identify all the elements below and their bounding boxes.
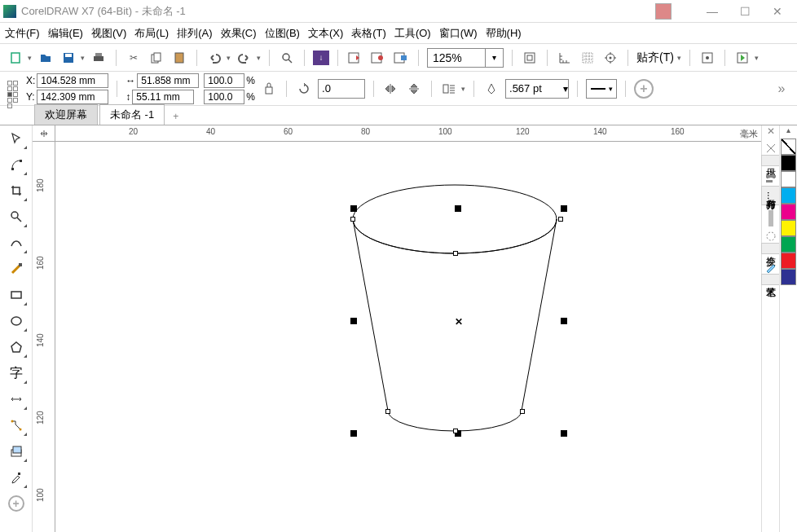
menu-help[interactable]: 帮助(H) <box>486 26 522 41</box>
tab-add-button[interactable]: + <box>166 108 185 125</box>
artistic-media-tool[interactable] <box>7 259 26 279</box>
docker-tab-align[interactable]: 对齐与分布... <box>761 186 780 205</box>
outline-width-dropdown-icon[interactable]: ▾ <box>563 83 568 95</box>
save-button[interactable] <box>59 49 77 67</box>
tab-welcome[interactable]: 欢迎屏幕 <box>34 104 98 125</box>
selection-center-icon[interactable]: ✕ <box>455 316 463 328</box>
lock-ratio-button[interactable] <box>260 80 278 98</box>
outline-width-input[interactable] <box>506 82 563 95</box>
text-tool[interactable]: 字 <box>7 363 26 383</box>
selection-handle-l[interactable] <box>350 318 357 324</box>
swatch-blue[interactable] <box>781 269 796 285</box>
freehand-tool[interactable] <box>7 233 26 253</box>
ruler-horizontal[interactable]: 20 40 60 80 100 120 140 160 毫米 <box>55 125 761 142</box>
menu-text[interactable]: 文本(X) <box>308 26 343 41</box>
connector-tool[interactable] <box>7 415 26 435</box>
dropdown-arrow-icon[interactable]: ▾ <box>257 54 261 62</box>
shape-node[interactable] <box>350 217 355 222</box>
expand-toolbox-button[interactable]: + <box>7 494 26 513</box>
dropdown-arrow-icon[interactable]: ▾ <box>677 54 681 62</box>
maximize-button[interactable]: ☐ <box>729 2 761 20</box>
ellipse-tool[interactable] <box>7 311 26 331</box>
shape-node[interactable] <box>385 409 390 414</box>
cup-shape[interactable] <box>349 174 577 435</box>
menu-effect[interactable]: 效果(C) <box>221 26 257 41</box>
menu-arrange[interactable]: 排列(A) <box>177 26 212 41</box>
zoom-input[interactable] <box>428 51 485 64</box>
drawing-canvas[interactable]: ✕ <box>55 142 761 532</box>
launch-button[interactable] <box>733 49 751 67</box>
overflow-button[interactable]: » <box>773 80 790 98</box>
selection-handle-tr[interactable] <box>561 205 567 212</box>
docker-tab-transform[interactable]: 变换 <box>761 243 780 254</box>
show-grid-button[interactable] <box>579 49 597 67</box>
show-guides-button[interactable] <box>601 49 619 67</box>
shape-node[interactable] <box>558 217 563 222</box>
close-button[interactable]: ✕ <box>761 2 794 20</box>
docker-tab-brush[interactable]: 艺术笔 <box>761 274 780 285</box>
menu-file[interactable]: 文件(F) <box>5 26 40 41</box>
swatch-red[interactable] <box>781 253 796 269</box>
minimize-button[interactable]: — <box>696 2 729 20</box>
scale-y-input[interactable] <box>204 90 244 104</box>
selection-handle-t[interactable] <box>455 205 461 212</box>
menu-bitmap[interactable]: 位图(B) <box>265 26 300 41</box>
dropdown-arrow-icon[interactable]: ▾ <box>28 54 32 62</box>
zoom-dropdown-icon[interactable]: ▾ <box>485 49 503 67</box>
print-button[interactable] <box>90 49 108 67</box>
eyedropper-tool[interactable] <box>7 468 26 487</box>
interactive-tool[interactable] <box>7 442 26 461</box>
tab-document[interactable]: 未命名 -1 <box>99 104 165 125</box>
mirror-h-button[interactable] <box>382 80 400 98</box>
menu-tools[interactable]: 工具(O) <box>394 26 431 41</box>
fullscreen-button[interactable] <box>521 49 539 67</box>
menu-edit[interactable]: 编辑(E) <box>48 26 83 41</box>
dropdown-arrow-icon[interactable]: ▾ <box>227 54 231 62</box>
y-position-input[interactable] <box>37 90 108 104</box>
dropdown-arrow-icon[interactable]: ▾ <box>755 54 759 62</box>
scrollbar-thumb[interactable] <box>768 210 773 226</box>
selection-handle-r[interactable] <box>561 318 567 324</box>
swatch-white[interactable] <box>781 171 796 187</box>
options-button[interactable] <box>698 49 716 67</box>
selection-handle-bl[interactable] <box>350 430 357 437</box>
shape-node[interactable] <box>453 251 458 256</box>
selection-handle-tl[interactable] <box>350 205 357 212</box>
show-rulers-button[interactable] <box>556 49 574 67</box>
height-input[interactable] <box>132 90 194 104</box>
shape-tool[interactable] <box>7 155 26 174</box>
selection-handle-br[interactable] <box>561 430 567 437</box>
scale-x-input[interactable] <box>204 73 244 88</box>
docker-tab-hints[interactable]: 提示 <box>761 155 780 166</box>
shape-node[interactable] <box>453 429 458 433</box>
zoom-tool[interactable] <box>7 207 26 226</box>
cut-button[interactable]: ✂ <box>125 49 143 67</box>
paste-button[interactable] <box>170 49 188 67</box>
add-preset-button[interactable]: + <box>634 79 654 99</box>
search-button[interactable] <box>278 49 296 67</box>
crop-tool[interactable] <box>7 181 26 200</box>
user-avatar-icon[interactable] <box>655 3 672 20</box>
dimension-tool[interactable] <box>7 389 26 409</box>
new-button[interactable] <box>7 49 24 67</box>
undo-button[interactable] <box>205 49 223 67</box>
ruler-origin-icon[interactable] <box>33 125 55 142</box>
width-input[interactable] <box>137 73 199 88</box>
export-button[interactable] <box>346 49 364 67</box>
import-button[interactable]: ↓ <box>313 51 329 65</box>
shape-node[interactable] <box>520 409 525 414</box>
rotation-input-group[interactable] <box>318 79 365 99</box>
swatch-green[interactable] <box>781 236 796 253</box>
outline-style-combo[interactable]: ▾ <box>586 79 617 99</box>
pick-tool[interactable] <box>7 129 26 148</box>
menu-layout[interactable]: 布局(L) <box>134 26 169 41</box>
swatch-yellow[interactable] <box>781 220 796 236</box>
polygon-tool[interactable] <box>7 337 26 357</box>
copy-button[interactable] <box>148 49 165 67</box>
swatch-none[interactable] <box>781 138 796 155</box>
rectangle-tool[interactable] <box>7 285 26 305</box>
publish-html-button[interactable] <box>392 49 410 67</box>
snap-label[interactable]: 贴齐(T) <box>636 51 674 65</box>
wrap-text-button[interactable] <box>440 80 458 98</box>
docker-close-icon[interactable]: ✕ <box>767 125 775 142</box>
